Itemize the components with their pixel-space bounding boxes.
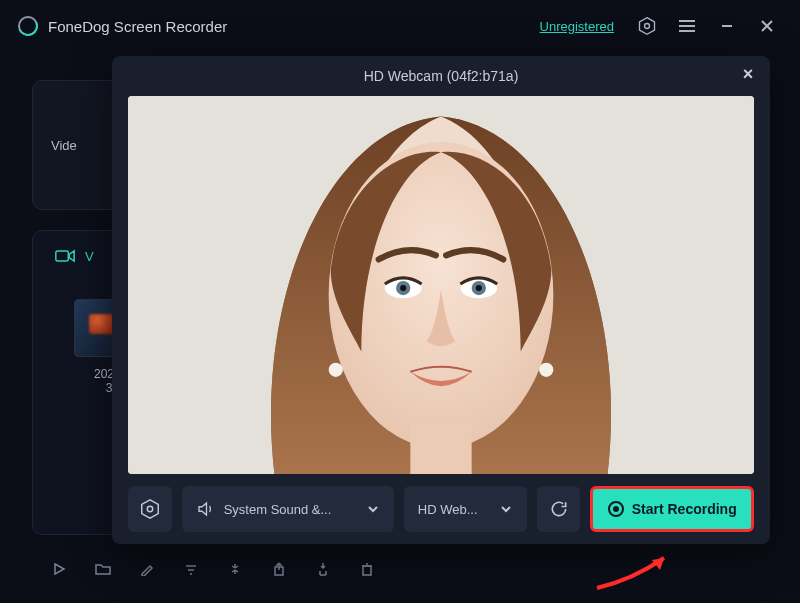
app-title: FoneDog Screen Recorder [48,18,227,35]
svg-point-29 [539,363,553,377]
svg-marker-0 [640,18,655,35]
svg-marker-13 [55,564,64,574]
modal-settings-button[interactable] [128,486,172,532]
close-icon[interactable]: × [734,60,762,88]
svg-marker-30 [142,500,159,518]
webcam-preview [128,96,754,474]
share-icon[interactable] [268,558,290,580]
audio-source-dropdown[interactable]: System Sound &... [182,486,394,532]
modal-header: HD Webcam (04f2:b71a) × [112,56,770,96]
rotate-button[interactable] [537,486,581,532]
webcam-modal: HD Webcam (04f2:b71a) × [112,56,770,544]
chevron-down-icon [499,502,513,516]
camera-icon [55,248,75,264]
bottom-toolbar [32,549,768,589]
compress-icon[interactable] [224,558,246,580]
modal-title: HD Webcam (04f2:b71a) [364,68,519,84]
svg-point-27 [476,285,482,291]
settings-icon[interactable] [632,11,662,41]
library-tab-label[interactable]: V [85,249,94,264]
svg-point-28 [329,363,343,377]
app-logo-icon [18,16,38,36]
camera-label: HD Web... [418,502,478,517]
svg-rect-21 [410,423,471,474]
filter-icon[interactable] [180,558,202,580]
svg-point-31 [147,506,153,512]
convert-icon[interactable] [312,558,334,580]
delete-icon[interactable] [356,558,378,580]
title-bar: FoneDog Screen Recorder Unregistered [0,0,800,52]
refresh-icon [549,499,569,519]
speaker-icon [196,500,214,518]
audio-source-label: System Sound &... [224,502,332,517]
start-recording-button[interactable]: Start Recording [590,486,754,532]
play-icon[interactable] [48,558,70,580]
rename-icon[interactable] [136,558,158,580]
close-window-icon[interactable] [752,11,782,41]
mode-card-left-label: Vide [51,138,77,153]
start-recording-label: Start Recording [632,501,737,517]
minimize-icon[interactable] [712,11,742,41]
svg-point-26 [400,285,406,291]
unregistered-link[interactable]: Unregistered [540,19,614,34]
modal-controls: System Sound &... HD Web... Start Record… [112,474,770,544]
menu-icon[interactable] [672,11,702,41]
svg-rect-18 [363,566,371,575]
camera-dropdown[interactable]: HD Web... [404,486,527,532]
chevron-down-icon [366,502,380,516]
svg-point-1 [645,24,650,29]
record-icon [608,501,624,517]
folder-icon[interactable] [92,558,114,580]
svg-rect-5 [56,251,69,261]
